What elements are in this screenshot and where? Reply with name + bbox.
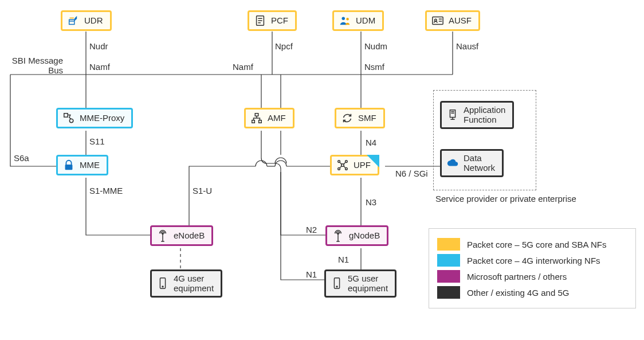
label-nausf: Nausf (456, 41, 478, 51)
sync-icon (341, 112, 354, 124)
label-s11: S11 (89, 136, 105, 146)
node-4g-ue: 4G user equipment (150, 269, 222, 298)
node-smf-label: SMF (358, 113, 376, 123)
provider-caption: Service provider or private enterprise (435, 194, 533, 204)
node-5g-ue-label: 5G user equipment (348, 273, 388, 294)
svg-rect-8 (252, 120, 255, 123)
legend-swatch-black (437, 286, 460, 299)
svg-point-6 (69, 119, 73, 122)
node-amf: AMF (244, 108, 294, 128)
users-icon (339, 14, 351, 27)
label-s1u: S1-U (193, 186, 212, 196)
proxy-icon (62, 112, 75, 124)
label-n6: N6 / SGi (395, 169, 428, 178)
label-n1a: N1 (338, 255, 349, 264)
node-application-function-label: Application Function (464, 105, 505, 125)
node-gnodeb-label: gNodeB (349, 230, 380, 240)
node-pcf: PCF (248, 10, 297, 31)
phone-icon (156, 277, 169, 290)
svg-point-20 (162, 286, 163, 287)
node-upf-label: UPF (354, 160, 371, 170)
phone-icon (331, 277, 343, 290)
svg-rect-10 (450, 110, 455, 118)
svg-point-1 (342, 17, 345, 20)
svg-point-13 (338, 161, 340, 163)
label-nudr: Nudr (89, 41, 108, 51)
node-amf-label: AMF (268, 113, 286, 123)
label-n2: N2 (306, 225, 317, 235)
hub-icon (336, 159, 349, 171)
node-smf: SMF (335, 108, 385, 128)
label-nsmf: Nsmf (364, 62, 384, 72)
lock-icon (62, 159, 75, 171)
svg-point-15 (338, 168, 340, 170)
node-mme-label: MME (80, 160, 100, 170)
node-4g-ue-label: 4G user equipment (174, 273, 214, 294)
svg-point-18 (337, 233, 339, 234)
node-udr-label: UDR (84, 15, 103, 25)
svg-point-4 (435, 19, 437, 21)
node-mme: MME (56, 155, 108, 175)
node-pcf-label: PCF (271, 15, 288, 25)
legend-label-blue: Packet core – 4G interworking NFs (467, 256, 600, 265)
node-data-network: Data Network (440, 149, 504, 177)
label-nudm: Nudm (364, 41, 387, 51)
svg-rect-11 (65, 165, 73, 170)
label-namf2: Namf (233, 62, 253, 72)
topology-icon (250, 112, 263, 124)
label-n3: N3 (366, 197, 376, 207)
svg-rect-7 (255, 114, 258, 116)
legend-swatch-purple (437, 270, 460, 283)
legend: Packet core – 5G core and SBA NFs Packet… (429, 228, 636, 308)
cloud-icon (446, 157, 459, 169)
legend-row-blue: Packet core – 4G interworking NFs (437, 254, 627, 267)
policy-list-icon (254, 14, 266, 27)
legend-row-yellow: Packet core – 5G core and SBA NFs (437, 238, 627, 251)
label-sbi-bus: SBI Message Bus (8, 56, 63, 75)
legend-label-yellow: Packet core – 5G core and SBA NFs (467, 240, 606, 249)
svg-rect-5 (64, 114, 68, 117)
server-icon (446, 108, 459, 121)
svg-point-12 (341, 164, 344, 167)
node-enodeb: eNodeB (150, 225, 213, 246)
database-icon (67, 14, 80, 27)
node-gnodeb: gNodeB (325, 225, 388, 246)
antenna-icon (156, 229, 169, 242)
diagram-canvas: Service provider or private enterprise U… (0, 0, 644, 340)
label-s1mme: S1-MME (89, 186, 123, 196)
node-data-network-label: Data Network (464, 153, 495, 173)
node-upf: UPF (330, 155, 379, 175)
label-n4: N4 (366, 138, 376, 147)
legend-swatch-yellow (437, 238, 460, 251)
id-card-icon (431, 14, 444, 27)
svg-point-16 (345, 168, 348, 170)
svg-point-14 (345, 161, 348, 163)
legend-row-purple: Microsoft partners / others (437, 270, 627, 283)
label-n1b: N1 (306, 269, 317, 279)
node-udm-label: UDM (356, 15, 375, 25)
svg-rect-3 (433, 17, 443, 25)
svg-point-17 (162, 233, 163, 234)
legend-row-black: Other / existing 4G and 5G (437, 286, 627, 299)
antenna-icon (332, 229, 344, 242)
legend-label-black: Other / existing 4G and 5G (467, 288, 569, 298)
svg-point-2 (346, 18, 348, 20)
node-udr: UDR (61, 10, 112, 31)
label-s6a: S6a (14, 153, 29, 163)
node-mme-proxy: MME-Proxy (56, 108, 133, 128)
label-npcf: Npcf (275, 41, 293, 51)
node-udm: UDM (332, 10, 384, 31)
node-ausf: AUSF (425, 10, 480, 31)
node-enodeb-label: eNodeB (174, 230, 205, 240)
legend-label-purple: Microsoft partners / others (467, 272, 567, 282)
node-mme-proxy-label: MME-Proxy (80, 113, 124, 123)
svg-point-22 (336, 286, 337, 287)
svg-rect-9 (259, 120, 262, 123)
node-5g-ue: 5G user equipment (324, 269, 396, 298)
legend-swatch-blue (437, 254, 460, 267)
label-namf1: Namf (89, 62, 110, 72)
node-application-function: Application Function (440, 101, 514, 129)
node-ausf-label: AUSF (449, 15, 472, 25)
